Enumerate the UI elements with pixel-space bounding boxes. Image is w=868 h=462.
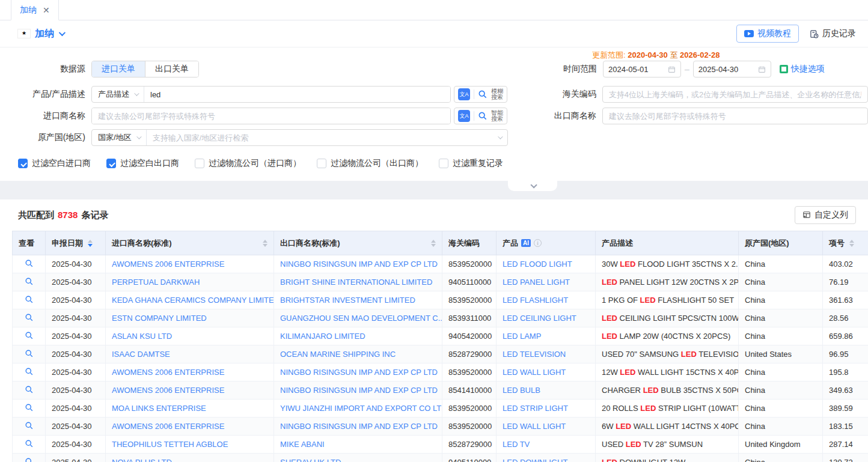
checkbox-icon[interactable]	[18, 159, 28, 168]
checkbox-icon[interactable]	[195, 159, 204, 168]
product-link[interactable]: LED FLOOD LIGHT	[503, 260, 572, 269]
info-icon[interactable]: i	[534, 239, 542, 247]
importer-link[interactable]: KEDA GHANA CERAMICS COMPANY LIMITED	[112, 296, 274, 305]
exporter-link[interactable]: NINGBO RISINGSUN IMP AND EXP CP LTD	[280, 422, 438, 431]
ghana-flag-icon: ★	[18, 29, 30, 38]
importer-link[interactable]: NOVA PLUS LTD	[112, 458, 172, 462]
column-header-item_cif[interactable]: 项号	[823, 231, 868, 255]
sort-icon[interactable]	[263, 240, 267, 247]
view-icon[interactable]	[25, 313, 34, 322]
exporter-link[interactable]: GUANGZHOU SEN MAO DEVELOPMENT C...	[280, 314, 442, 323]
importer-name-input[interactable]	[92, 108, 450, 124]
data-source-label: 数据源	[18, 64, 85, 74]
country-picker[interactable]: ★ 加纳	[18, 28, 64, 40]
importer-link[interactable]: AWOMENS 2006 ENTERPRISE	[112, 422, 224, 431]
time-range-label: 时间范围	[554, 64, 597, 74]
product-link[interactable]: LED BULB	[503, 386, 540, 395]
exporter-link[interactable]: SHERAV HK LTD	[280, 458, 341, 462]
sort-icon[interactable]	[849, 240, 854, 247]
importer-link[interactable]: AWOMENS 2006 ENTERPRISE	[112, 260, 224, 269]
importer-link[interactable]: PERPETUAL DARKWAH	[112, 278, 200, 287]
filter-checkbox[interactable]: 过滤重复记录	[439, 158, 503, 169]
customize-columns-button[interactable]: 自定义列	[795, 206, 856, 224]
video-tutorial-button[interactable]: 视频教程	[736, 25, 799, 43]
view-icon[interactable]	[25, 421, 34, 430]
date-to-input[interactable]: 2025-04-30	[693, 61, 771, 78]
exporter-link[interactable]: BRIGHT SHINE INTERNATIONAL LIMITED	[280, 278, 432, 287]
hs-code-input[interactable]	[602, 86, 868, 103]
exporter-name-input[interactable]	[602, 108, 868, 124]
product-link[interactable]: LED TV	[503, 440, 530, 449]
sort-icon[interactable]	[88, 240, 93, 247]
search-mode-icon[interactable]	[478, 111, 487, 121]
collapse-panel-button[interactable]	[508, 181, 557, 191]
product-link[interactable]: LED WALL LIGHT	[503, 422, 566, 431]
translate-icon[interactable]: 文A	[458, 88, 470, 100]
exporter-link[interactable]: NINGBO RISINGSUN IMP AND EXP CP LTD	[280, 386, 438, 395]
tab-label: 加纳	[20, 5, 37, 16]
view-icon[interactable]	[25, 331, 34, 340]
origin-type-select[interactable]: 国家/地区	[92, 130, 147, 145]
quick-options-button[interactable]: 快捷选项	[780, 64, 825, 74]
product-link[interactable]: LED STRIP LIGHT	[503, 404, 568, 413]
data-source-tab[interactable]: 进口关单	[92, 61, 145, 77]
column-header-date[interactable]: 申报日期	[46, 231, 106, 255]
close-icon[interactable]: ✕	[43, 6, 50, 14]
exporter-link[interactable]: NINGBO RISINGSUN IMP AND EXP CP LTD	[280, 260, 438, 269]
view-icon[interactable]	[25, 403, 34, 412]
product-link[interactable]: LED LAMP	[503, 332, 541, 341]
product-link[interactable]: LED CEILING LIGHT	[503, 314, 576, 323]
checkbox-icon[interactable]	[439, 159, 448, 168]
column-header-exporter[interactable]: 出口商名称(标准)	[274, 231, 442, 255]
importer-link[interactable]: ASLAN KSU LTD	[112, 332, 172, 341]
exporter-link[interactable]: OCEAN MARINE SHIPPING INC	[280, 350, 396, 359]
importer-link[interactable]: AWOMENS 2006 ENTERPRISE	[112, 386, 224, 395]
product-link[interactable]: LED TELEVISION	[503, 350, 566, 359]
search-mode-icon[interactable]	[478, 90, 487, 99]
exporter-link[interactable]: MIKE ABANI	[280, 440, 325, 449]
importer-link[interactable]: AWOMENS 2006 ENTERPRISE	[112, 368, 224, 377]
importer-link[interactable]: ESTN COMPANY LIMITED	[112, 314, 207, 323]
exporter-link[interactable]: BRIGHTSTAR INVESTMENT LIMITED	[280, 296, 415, 305]
data-source-tab[interactable]: 出口关单	[145, 61, 198, 77]
history-button[interactable]: 历史记录	[810, 28, 856, 39]
product-search-input[interactable]	[144, 87, 450, 102]
product-field-select[interactable]: 产品描述	[92, 87, 144, 102]
filter-checkbox[interactable]: 过滤空白进口商	[18, 158, 91, 169]
filter-checkbox[interactable]: 过滤空白出口商	[106, 158, 179, 169]
exporter-link[interactable]: NINGBO RISINGSUN IMP AND EXP CP LTD	[280, 368, 438, 377]
sort-icon[interactable]	[431, 240, 436, 247]
tab-ghana[interactable]: 加纳 ✕	[11, 0, 59, 20]
cell-description: LED LAMP 20W (40CTNS X 20PCS)	[596, 327, 739, 345]
update-range: 更新范围: 2020-04-30 至 2026-02-28	[592, 50, 720, 61]
view-icon[interactable]	[25, 349, 34, 358]
view-icon[interactable]	[25, 367, 34, 376]
view-icon[interactable]	[25, 259, 34, 268]
filter-checkbox[interactable]: 过滤物流公司（出口商）	[317, 158, 423, 169]
view-icon[interactable]	[25, 457, 34, 462]
search-mode-label[interactable]: 智能搜索	[491, 110, 503, 122]
product-link[interactable]: LED WALL LIGHT	[503, 368, 566, 377]
update-from: 2020-04-30	[628, 50, 668, 59]
view-icon[interactable]	[25, 439, 34, 448]
column-header-importer[interactable]: 进口商名称(标准)	[106, 231, 274, 255]
cell-cif-value: 76.19	[823, 273, 868, 291]
exporter-link[interactable]: YIWU JIANZHI IMPORT AND EXPORT CO LTD	[280, 404, 442, 413]
view-icon[interactable]	[25, 295, 34, 304]
translate-icon[interactable]: 文A	[458, 110, 470, 122]
origin-country-input[interactable]	[147, 130, 498, 145]
checkbox-icon[interactable]	[317, 159, 326, 168]
view-icon[interactable]	[25, 277, 34, 286]
exporter-link[interactable]: KILIMANJARO LIMITED	[280, 332, 365, 341]
filter-checkbox[interactable]: 过滤物流公司（进口商）	[195, 158, 301, 169]
product-link[interactable]: LED FLASHLIGHT	[503, 296, 568, 305]
product-link[interactable]: LED DOWNLIGHT	[503, 458, 567, 462]
importer-link[interactable]: THEOPHILUS TETTEH AGBLOE	[112, 440, 228, 449]
search-mode-label[interactable]: 模糊搜索	[491, 88, 503, 100]
checkbox-icon[interactable]	[106, 159, 116, 168]
importer-link[interactable]: ISAAC DAMTSE	[112, 350, 170, 359]
importer-link[interactable]: MOA LINKS ENTERPRISE	[112, 404, 206, 413]
product-link[interactable]: LED PANEL LIGHT	[503, 278, 570, 287]
date-from-input[interactable]: 2024-05-01	[603, 61, 681, 78]
view-icon[interactable]	[25, 385, 34, 394]
